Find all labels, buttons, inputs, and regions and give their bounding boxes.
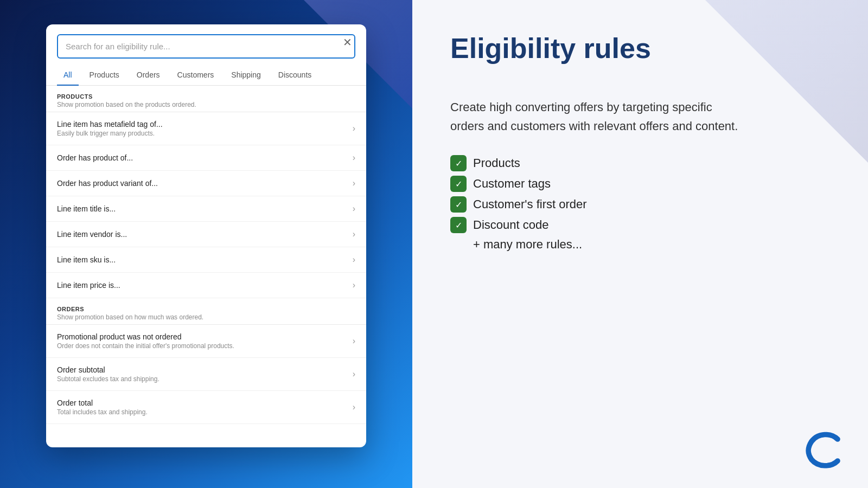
orders-section-subtitle: Show promotion based on how much was ord… <box>57 313 355 321</box>
list-item[interactable]: Line item title is... › <box>46 196 366 222</box>
tabs-bar: All Products Orders Customers Shipping D… <box>46 65 366 86</box>
check-icon: ✓ <box>450 176 467 192</box>
search-input[interactable] <box>57 34 355 59</box>
feature-label-customer-tags: Customer tags <box>473 177 551 191</box>
chevron-right-icon: › <box>353 255 355 265</box>
feature-item-first-order: ✓ Customer's first order <box>450 196 830 213</box>
orders-section-header: ORDERS Show promotion based on how much … <box>46 298 366 325</box>
chevron-right-icon: › <box>353 124 355 133</box>
orders-section-title: ORDERS <box>57 306 355 312</box>
tab-discounts[interactable]: Discounts <box>272 65 318 86</box>
right-panel: Eligibility rules Create high converting… <box>412 0 868 488</box>
list-item[interactable]: Order total Total includes tax and shipp… <box>46 391 366 424</box>
list-item[interactable]: Promotional product was not ordered Orde… <box>46 325 366 358</box>
list-item[interactable]: Line item sku is... › <box>46 247 366 273</box>
tab-shipping[interactable]: Shipping <box>225 65 267 86</box>
feature-item-products: ✓ Products <box>450 155 830 171</box>
left-panel: ✕ All Products Orders Customers Shipping… <box>0 0 412 488</box>
feature-label-discount-code: Discount code <box>473 218 548 232</box>
feature-label-products: Products <box>473 156 520 170</box>
feature-item-customer-tags: ✓ Customer tags <box>450 176 830 192</box>
rules-list: PRODUCTS Show promotion based on the pro… <box>46 86 366 424</box>
products-section-header: PRODUCTS Show promotion based on the pro… <box>46 86 366 112</box>
more-rules-text: + many more rules... <box>450 237 830 252</box>
list-item[interactable]: Line item has metafield tag of... Easily… <box>46 112 366 145</box>
chevron-right-icon: › <box>353 229 355 239</box>
products-section-title: PRODUCTS <box>57 93 355 100</box>
list-item[interactable]: Order has product variant of... › <box>46 171 366 196</box>
chevron-right-icon: › <box>353 153 355 163</box>
check-icon: ✓ <box>450 196 467 213</box>
chevron-right-icon: › <box>353 402 355 412</box>
check-icon: ✓ <box>450 155 467 171</box>
chevron-right-icon: › <box>353 178 355 188</box>
list-item[interactable]: Line item vendor is... › <box>46 222 366 247</box>
chevron-right-icon: › <box>353 369 355 379</box>
feature-label-first-order: Customer's first order <box>473 197 587 211</box>
tab-products[interactable]: Products <box>83 65 126 86</box>
list-item[interactable]: Order has product of... › <box>46 145 366 171</box>
eligibility-modal: ✕ All Products Orders Customers Shipping… <box>46 24 366 447</box>
brand-logo <box>803 428 846 472</box>
products-section-subtitle: Show promotion based on the products ord… <box>57 101 355 108</box>
chevron-right-icon: › <box>353 280 355 290</box>
check-icon: ✓ <box>450 217 467 233</box>
close-icon: ✕ <box>343 36 352 49</box>
feature-list: ✓ Products ✓ Customer tags ✓ Customer's … <box>450 155 830 233</box>
close-button[interactable]: ✕ <box>339 34 355 50</box>
tab-orders[interactable]: Orders <box>130 65 167 86</box>
feature-item-discount-code: ✓ Discount code <box>450 217 830 233</box>
modal-header: ✕ <box>46 24 366 59</box>
description-text: Create high converting offers by targeti… <box>450 98 749 136</box>
page-title: Eligibility rules <box>450 33 830 65</box>
tab-customers[interactable]: Customers <box>171 65 221 86</box>
chevron-right-icon: › <box>353 204 355 214</box>
list-item[interactable]: Order subtotal Subtotal excludes tax and… <box>46 358 366 391</box>
chevron-right-icon: › <box>353 336 355 346</box>
list-item[interactable]: Line item price is... › <box>46 273 366 298</box>
tab-all[interactable]: All <box>57 65 79 86</box>
